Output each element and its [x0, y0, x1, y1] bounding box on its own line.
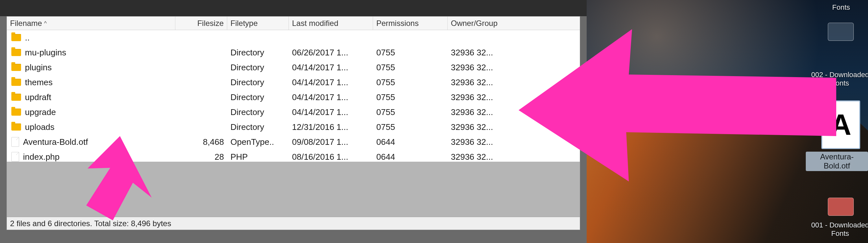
filename-text: Aventura-Bold.otf [23, 134, 88, 149]
permissions-cell: 0644 [373, 149, 447, 162]
filetype-cell: Directory [227, 60, 289, 75]
filename-text: .. [25, 30, 30, 45]
filename-cell[interactable]: upgrade [8, 105, 175, 120]
permissions-cell: 0755 [373, 105, 447, 120]
directory-row[interactable]: mu-pluginsDirectory06/26/2017 1...075532… [7, 45, 580, 60]
owner-cell: 32936 32... [447, 134, 545, 149]
modified-cell: 04/14/2017 1... [289, 105, 373, 120]
filesize-cell [175, 120, 227, 134]
filesize-cell [175, 45, 227, 60]
filename-cell[interactable]: updraft [8, 90, 175, 105]
modified-cell: 06/26/2017 1... [289, 45, 373, 60]
filename-cell[interactable]: uploads [8, 120, 175, 134]
folder-icon [11, 123, 21, 130]
filesize-cell [175, 75, 227, 90]
folder-icon [11, 109, 21, 116]
desktop-folder-icon[interactable] [828, 23, 854, 41]
sort-ascending-icon: ^ [44, 17, 47, 30]
filesize-cell [175, 60, 227, 75]
font-glyph: A [830, 108, 851, 142]
folder-icon [11, 49, 21, 56]
filetype-cell: Directory [227, 90, 289, 105]
desktop-folder-label: 002 - Downloaded Fonts [808, 71, 868, 88]
filename-text: index.php [23, 149, 60, 162]
window-titlebar-area [0, 0, 587, 16]
desktop-background[interactable]: Fonts 002 - Downloaded Fonts A Aventura-… [587, 0, 868, 243]
filename-text: uploads [25, 120, 55, 134]
column-header-label: Permissions [376, 17, 419, 30]
filename-text: updraft [25, 90, 51, 105]
desktop-folder-icon[interactable] [828, 198, 854, 216]
column-header-filetype[interactable]: Filetype [227, 17, 289, 30]
filetype-cell: Directory [227, 120, 289, 134]
filesize-cell [175, 30, 227, 45]
folder-icon [11, 94, 21, 101]
filetype-cell [227, 30, 289, 45]
file-listing[interactable]: ..mu-pluginsDirectory06/26/2017 1...0755… [7, 30, 580, 162]
file-icon [11, 137, 19, 147]
modified-cell: 04/14/2017 1... [289, 75, 373, 90]
filename-text: upgrade [25, 105, 56, 120]
filetype-cell: Directory [227, 45, 289, 60]
owner-cell: 32936 32... [447, 45, 545, 60]
column-header-label: Owner/Group [451, 17, 498, 30]
filename-cell[interactable]: Aventura-Bold.otf [8, 134, 175, 149]
filesize-cell [175, 105, 227, 120]
file-icon [11, 152, 19, 162]
owner-cell: 32936 32... [447, 60, 545, 75]
column-header-row: Filename ^ Filesize Filetype Last modifi… [7, 17, 580, 30]
filesize-cell: 8,468 [175, 134, 227, 149]
permissions-cell: 0755 [373, 45, 447, 60]
directory-row[interactable]: .. [7, 30, 580, 45]
filetype-cell: PHP [227, 149, 289, 162]
filename-cell[interactable]: plugins [8, 60, 175, 75]
filename-text: mu-plugins [25, 45, 66, 60]
filename-text: themes [25, 75, 53, 90]
owner-cell: 32936 32... [447, 75, 545, 90]
column-header-filesize[interactable]: Filesize [175, 17, 227, 30]
column-header-filename[interactable]: Filename ^ [7, 17, 175, 30]
column-header-permissions[interactable]: Permissions [373, 17, 447, 30]
filesize-cell [175, 90, 227, 105]
owner-cell: 32936 32... [447, 120, 545, 134]
column-header-label: Filename [10, 17, 42, 30]
filename-cell[interactable]: themes [8, 75, 175, 90]
modified-cell: 12/31/2016 1... [289, 120, 373, 134]
filetype-cell: OpenType.. [227, 134, 289, 149]
column-header-modified[interactable]: Last modified [289, 17, 373, 30]
folder-icon [11, 79, 21, 86]
desktop-file-label-selected[interactable]: Aventura-Bold.otf [806, 152, 868, 171]
folder-icon [11, 34, 21, 41]
modified-cell: 09/08/2017 1... [289, 134, 373, 149]
permissions-cell: 0755 [373, 60, 447, 75]
ftp-file-panel: Filename ^ Filesize Filetype Last modifi… [6, 16, 580, 230]
owner-cell: 32936 32... [447, 149, 545, 162]
file-row[interactable]: index.php28PHP08/16/2016 1...064432936 3… [7, 149, 580, 162]
directory-row[interactable]: upgradeDirectory04/14/2017 1...075532936… [7, 105, 580, 120]
permissions-cell: 0755 [373, 90, 447, 105]
owner-cell: 32936 32... [447, 90, 545, 105]
modified-cell: 04/14/2017 1... [289, 90, 373, 105]
file-row[interactable]: Aventura-Bold.otf8,468OpenType..09/08/20… [7, 134, 580, 149]
desktop-folder-label: 001 - Downloaded Fonts [808, 221, 868, 238]
filesize-cell: 28 [175, 149, 227, 162]
column-header-label: Filesize [197, 17, 224, 30]
directory-row[interactable]: pluginsDirectory04/14/2017 1...075532936… [7, 60, 580, 75]
filename-cell[interactable]: index.php [8, 149, 175, 162]
directory-row[interactable]: uploadsDirectory12/31/2016 1...075532936… [7, 120, 580, 134]
filename-cell[interactable]: .. [8, 30, 175, 45]
status-text: 2 files and 6 directories. Total size: 8… [10, 219, 171, 228]
directory-row[interactable]: updraftDirectory04/14/2017 1...075532936… [7, 90, 580, 105]
owner-cell: 32936 32... [447, 105, 545, 120]
permissions-cell: 0755 [373, 120, 447, 134]
desktop-folder-label: Fonts [820, 3, 862, 12]
filename-text: plugins [25, 60, 52, 75]
filetype-cell: Directory [227, 105, 289, 120]
modified-cell: 08/16/2016 1... [289, 149, 373, 162]
directory-row[interactable]: themesDirectory04/14/2017 1...075532936 … [7, 75, 580, 90]
filename-cell[interactable]: mu-plugins [8, 45, 175, 60]
column-header-label: Last modified [292, 17, 338, 30]
desktop-font-file-icon[interactable]: A [821, 100, 860, 149]
column-header-owner[interactable]: Owner/Group [447, 17, 545, 30]
modified-cell [289, 30, 373, 45]
